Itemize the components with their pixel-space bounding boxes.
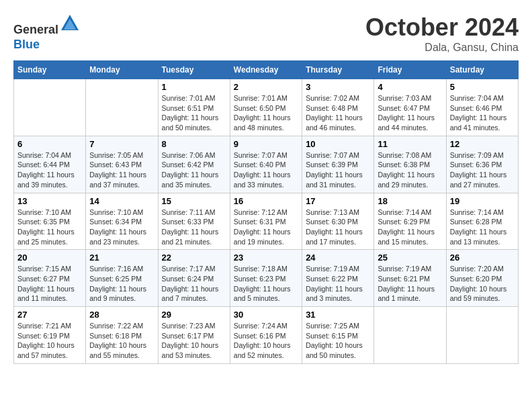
- day-info: Sunrise: 7:20 AM Sunset: 6:20 PM Dayligh…: [450, 264, 515, 304]
- weekday-header: Tuesday: [158, 61, 230, 79]
- day-number: 1: [162, 82, 226, 92]
- day-number: 9: [234, 139, 298, 149]
- calendar-cell: 16Sunrise: 7:12 AM Sunset: 6:31 PM Dayli…: [230, 193, 302, 250]
- calendar-cell: 18Sunrise: 7:14 AM Sunset: 6:29 PM Dayli…: [374, 193, 446, 250]
- day-number: 7: [89, 139, 154, 149]
- calendar-cell: 4Sunrise: 7:03 AM Sunset: 6:47 PM Daylig…: [374, 79, 446, 136]
- day-info: Sunrise: 7:01 AM Sunset: 6:50 PM Dayligh…: [234, 93, 298, 133]
- day-number: 29: [162, 310, 226, 320]
- day-number: 12: [450, 139, 515, 149]
- day-number: 24: [306, 253, 370, 263]
- calendar-cell: 7Sunrise: 7:05 AM Sunset: 6:43 PM Daylig…: [86, 136, 158, 193]
- day-number: 23: [234, 253, 298, 263]
- day-info: Sunrise: 7:11 AM Sunset: 6:33 PM Dayligh…: [162, 208, 226, 247]
- calendar-cell: 2Sunrise: 7:01 AM Sunset: 6:50 PM Daylig…: [230, 79, 302, 136]
- calendar-week-row: 1Sunrise: 7:01 AM Sunset: 6:51 PM Daylig…: [14, 79, 519, 136]
- day-number: 11: [378, 139, 442, 149]
- calendar-cell: 14Sunrise: 7:10 AM Sunset: 6:34 PM Dayli…: [86, 193, 158, 250]
- day-number: 21: [89, 253, 154, 263]
- day-info: Sunrise: 7:19 AM Sunset: 6:21 PM Dayligh…: [378, 264, 442, 304]
- day-number: 30: [234, 310, 298, 320]
- day-info: Sunrise: 7:08 AM Sunset: 6:38 PM Dayligh…: [378, 150, 442, 190]
- calendar-week-row: 27Sunrise: 7:21 AM Sunset: 6:19 PM Dayli…: [14, 307, 519, 364]
- calendar-cell: [446, 307, 518, 364]
- weekday-header: Monday: [86, 61, 158, 79]
- day-number: 2: [234, 82, 298, 92]
- day-number: 17: [306, 196, 370, 206]
- calendar-cell: 25Sunrise: 7:19 AM Sunset: 6:21 PM Dayli…: [374, 250, 446, 307]
- day-info: Sunrise: 7:07 AM Sunset: 6:40 PM Dayligh…: [234, 150, 298, 190]
- day-info: Sunrise: 7:19 AM Sunset: 6:22 PM Dayligh…: [306, 264, 370, 304]
- title-block: October 2024 Dala, Gansu, China: [365, 13, 519, 54]
- weekday-header: Sunday: [14, 61, 86, 79]
- day-info: Sunrise: 7:16 AM Sunset: 6:25 PM Dayligh…: [89, 264, 154, 304]
- calendar-cell: 12Sunrise: 7:09 AM Sunset: 6:36 PM Dayli…: [446, 136, 518, 193]
- day-info: Sunrise: 7:17 AM Sunset: 6:24 PM Dayligh…: [162, 264, 226, 304]
- day-number: 14: [89, 196, 154, 206]
- calendar-cell: 9Sunrise: 7:07 AM Sunset: 6:40 PM Daylig…: [230, 136, 302, 193]
- day-info: Sunrise: 7:04 AM Sunset: 6:44 PM Dayligh…: [17, 150, 82, 190]
- calendar-cell: 23Sunrise: 7:18 AM Sunset: 6:23 PM Dayli…: [230, 250, 302, 307]
- calendar-cell: 20Sunrise: 7:15 AM Sunset: 6:27 PM Dayli…: [14, 250, 86, 307]
- weekday-header: Wednesday: [230, 61, 302, 79]
- calendar-table: SundayMondayTuesdayWednesdayThursdayFrid…: [13, 60, 519, 364]
- day-number: 8: [162, 139, 226, 149]
- calendar-cell: 29Sunrise: 7:23 AM Sunset: 6:17 PM Dayli…: [158, 307, 230, 364]
- calendar-body: 1Sunrise: 7:01 AM Sunset: 6:51 PM Daylig…: [14, 79, 519, 364]
- day-info: Sunrise: 7:05 AM Sunset: 6:43 PM Dayligh…: [89, 150, 154, 190]
- calendar-cell: 5Sunrise: 7:04 AM Sunset: 6:46 PM Daylig…: [446, 79, 518, 136]
- day-info: Sunrise: 7:03 AM Sunset: 6:47 PM Dayligh…: [378, 93, 442, 133]
- calendar-cell: 22Sunrise: 7:17 AM Sunset: 6:24 PM Dayli…: [158, 250, 230, 307]
- day-info: Sunrise: 7:04 AM Sunset: 6:46 PM Dayligh…: [450, 93, 515, 133]
- calendar-cell: 28Sunrise: 7:22 AM Sunset: 6:18 PM Dayli…: [86, 307, 158, 364]
- day-number: 18: [378, 196, 442, 206]
- day-number: 22: [162, 253, 226, 263]
- day-number: 6: [17, 139, 82, 149]
- day-info: Sunrise: 7:18 AM Sunset: 6:23 PM Dayligh…: [234, 264, 298, 304]
- calendar-cell: 21Sunrise: 7:16 AM Sunset: 6:25 PM Dayli…: [86, 250, 158, 307]
- day-info: Sunrise: 7:10 AM Sunset: 6:34 PM Dayligh…: [89, 208, 154, 247]
- calendar-week-row: 20Sunrise: 7:15 AM Sunset: 6:27 PM Dayli…: [14, 250, 519, 307]
- location-title: Dala, Gansu, China: [365, 42, 519, 54]
- day-info: Sunrise: 7:06 AM Sunset: 6:42 PM Dayligh…: [162, 150, 226, 190]
- day-number: 31: [306, 310, 370, 320]
- day-info: Sunrise: 7:10 AM Sunset: 6:35 PM Dayligh…: [17, 208, 82, 247]
- calendar-cell: 26Sunrise: 7:20 AM Sunset: 6:20 PM Dayli…: [446, 250, 518, 307]
- day-info: Sunrise: 7:12 AM Sunset: 6:31 PM Dayligh…: [234, 208, 298, 247]
- calendar-cell: [374, 307, 446, 364]
- day-info: Sunrise: 7:02 AM Sunset: 6:48 PM Dayligh…: [306, 93, 370, 133]
- day-info: Sunrise: 7:15 AM Sunset: 6:27 PM Dayligh…: [17, 264, 82, 304]
- calendar-cell: 8Sunrise: 7:06 AM Sunset: 6:42 PM Daylig…: [158, 136, 230, 193]
- calendar-cell: 13Sunrise: 7:10 AM Sunset: 6:35 PM Dayli…: [14, 193, 86, 250]
- calendar-cell: 31Sunrise: 7:25 AM Sunset: 6:15 PM Dayli…: [302, 307, 374, 364]
- day-info: Sunrise: 7:23 AM Sunset: 6:17 PM Dayligh…: [162, 321, 226, 361]
- day-info: Sunrise: 7:09 AM Sunset: 6:36 PM Dayligh…: [450, 150, 515, 190]
- day-number: 10: [306, 139, 370, 149]
- day-number: 19: [450, 196, 515, 206]
- day-info: Sunrise: 7:13 AM Sunset: 6:30 PM Dayligh…: [306, 208, 370, 247]
- month-title: October 2024: [365, 13, 519, 42]
- day-info: Sunrise: 7:14 AM Sunset: 6:29 PM Dayligh…: [378, 208, 442, 247]
- logo-general: General: [13, 23, 58, 36]
- day-info: Sunrise: 7:01 AM Sunset: 6:51 PM Dayligh…: [162, 93, 226, 133]
- day-number: 26: [450, 253, 515, 263]
- calendar-week-row: 13Sunrise: 7:10 AM Sunset: 6:35 PM Dayli…: [14, 193, 519, 250]
- weekday-header: Friday: [374, 61, 446, 79]
- day-number: 25: [378, 253, 442, 263]
- calendar-cell: 30Sunrise: 7:24 AM Sunset: 6:16 PM Dayli…: [230, 307, 302, 364]
- weekday-header: Thursday: [302, 61, 374, 79]
- day-info: Sunrise: 7:14 AM Sunset: 6:28 PM Dayligh…: [450, 208, 515, 247]
- calendar-week-row: 6Sunrise: 7:04 AM Sunset: 6:44 PM Daylig…: [14, 136, 519, 193]
- day-number: 4: [378, 82, 442, 92]
- page-header: General Blue October 2024 Dala, Gansu, C…: [13, 13, 519, 54]
- calendar-cell: 6Sunrise: 7:04 AM Sunset: 6:44 PM Daylig…: [14, 136, 86, 193]
- calendar-cell: 10Sunrise: 7:07 AM Sunset: 6:39 PM Dayli…: [302, 136, 374, 193]
- day-number: 15: [162, 196, 226, 206]
- calendar-cell: 1Sunrise: 7:01 AM Sunset: 6:51 PM Daylig…: [158, 79, 230, 136]
- calendar-cell: 15Sunrise: 7:11 AM Sunset: 6:33 PM Dayli…: [158, 193, 230, 250]
- day-info: Sunrise: 7:25 AM Sunset: 6:15 PM Dayligh…: [306, 321, 370, 361]
- day-number: 16: [234, 196, 298, 206]
- calendar-cell: [86, 79, 158, 136]
- day-number: 13: [17, 196, 82, 206]
- day-number: 27: [17, 310, 82, 320]
